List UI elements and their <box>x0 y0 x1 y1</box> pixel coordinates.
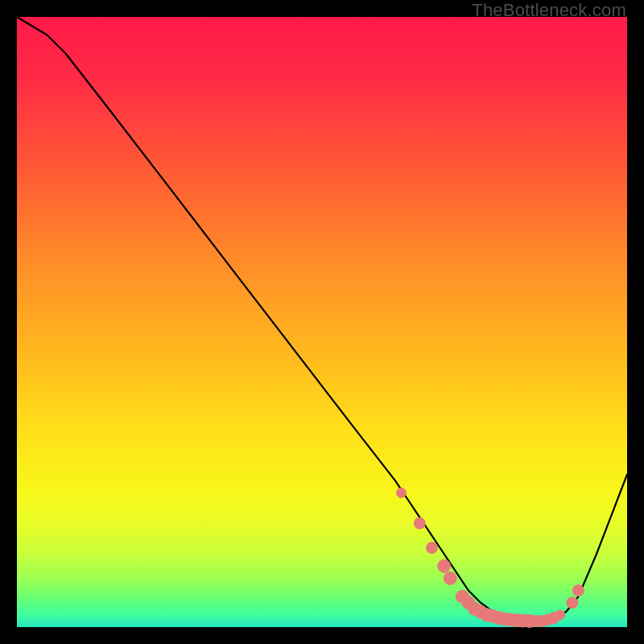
valley-marker <box>567 597 578 609</box>
valley-marker <box>414 518 425 529</box>
valley-marker <box>426 543 437 554</box>
valley-marker <box>444 572 456 584</box>
valley-markers <box>397 488 584 627</box>
valley-marker <box>555 610 565 620</box>
chart-svg <box>17 17 627 627</box>
bottleneck-curve <box>17 17 627 621</box>
chart-stage: TheBottleneck.com <box>0 0 644 644</box>
watermark-text: TheBottleneck.com <box>472 0 626 21</box>
curve-group <box>17 17 627 621</box>
valley-marker <box>572 585 584 597</box>
valley-marker <box>397 488 407 497</box>
valley-marker <box>438 559 451 572</box>
